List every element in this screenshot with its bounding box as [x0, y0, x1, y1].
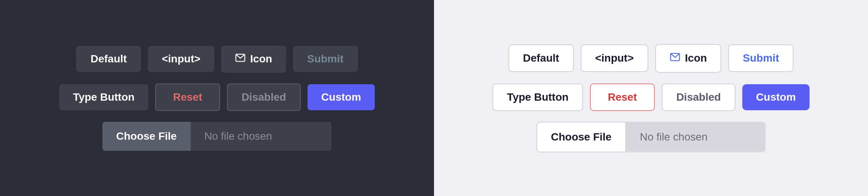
dark-choose-file-button[interactable]: Choose File	[102, 122, 191, 151]
light-no-file-label: No file chosen	[626, 122, 766, 152]
light-input-button[interactable]: <input>	[581, 44, 648, 72]
dark-disabled-button[interactable]: Disabled	[227, 83, 301, 111]
dark-icon-button[interactable]: Icon	[221, 46, 286, 73]
light-row-1: Default <input> Icon Submit	[508, 44, 794, 73]
mail-icon-light	[670, 52, 680, 65]
light-submit-button[interactable]: Submit	[728, 44, 794, 72]
light-reset-button[interactable]: Reset	[590, 83, 655, 111]
light-custom-button[interactable]: Custom	[742, 84, 810, 110]
light-choose-file-button[interactable]: Choose File	[536, 122, 626, 152]
dark-file-row: Choose File No file chosen	[102, 122, 332, 151]
light-disabled-button[interactable]: Disabled	[662, 83, 735, 111]
dark-input-button[interactable]: <input>	[148, 46, 214, 72]
light-file-input-wrapper: Choose File No file chosen	[536, 122, 766, 152]
dark-panel: Default <input> Icon Submit Type Button …	[0, 0, 434, 196]
dark-default-button[interactable]: Default	[76, 46, 141, 72]
dark-icon-button-label: Icon	[250, 53, 272, 65]
light-icon-button-label: Icon	[685, 52, 707, 64]
light-type-button[interactable]: Type Button	[492, 83, 583, 111]
dark-submit-button[interactable]: Submit	[293, 46, 358, 72]
dark-row-2: Type Button Reset Disabled Custom	[59, 83, 375, 111]
dark-row-1: Default <input> Icon Submit	[76, 46, 358, 73]
light-icon-button[interactable]: Icon	[655, 44, 722, 73]
dark-file-input-wrapper: Choose File No file chosen	[102, 122, 332, 151]
dark-reset-button[interactable]: Reset	[155, 83, 220, 111]
mail-icon	[235, 52, 246, 66]
light-default-button[interactable]: Default	[508, 44, 574, 72]
dark-no-file-label: No file chosen	[191, 122, 332, 151]
dark-custom-button[interactable]: Custom	[308, 84, 375, 110]
light-file-row: Choose File No file chosen	[536, 122, 766, 152]
dark-type-button[interactable]: Type Button	[59, 84, 148, 110]
light-panel: Default <input> Icon Submit Type Button …	[434, 0, 868, 196]
light-row-2: Type Button Reset Disabled Custom	[492, 83, 810, 111]
